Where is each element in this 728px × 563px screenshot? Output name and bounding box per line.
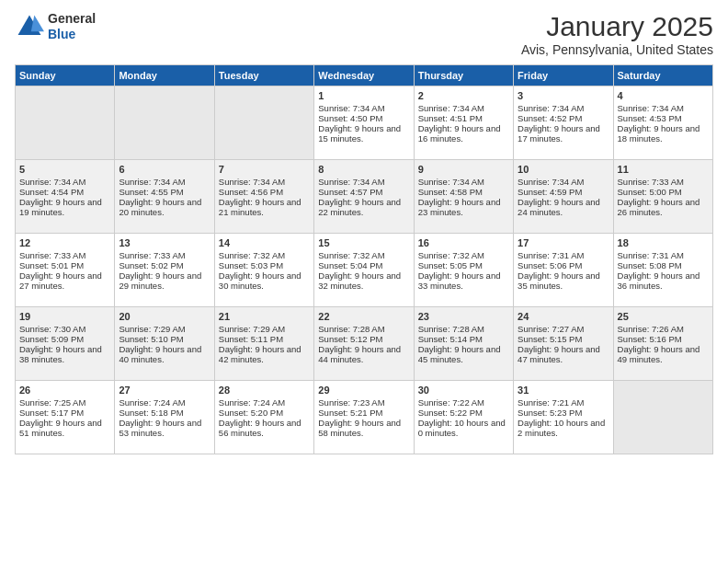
- day-cell: 18Sunrise: 7:31 AMSunset: 5:08 PMDayligh…: [613, 234, 712, 307]
- day-cell: 14Sunrise: 7:32 AMSunset: 5:03 PMDayligh…: [214, 234, 313, 307]
- day-cell: 1Sunrise: 7:34 AMSunset: 4:50 PMDaylight…: [314, 86, 414, 160]
- week-row-5: 26Sunrise: 7:25 AMSunset: 5:17 PMDayligh…: [16, 381, 713, 454]
- sunrise: Sunrise: 7:32 AM: [219, 250, 285, 260]
- day-cell: 26Sunrise: 7:25 AMSunset: 5:17 PMDayligh…: [16, 381, 115, 454]
- daylight: Daylight: 9 hours and 24 minutes.: [518, 197, 600, 217]
- day-cell: 22Sunrise: 7:28 AMSunset: 5:12 PMDayligh…: [314, 307, 414, 381]
- subtitle: Avis, Pennsylvania, United States: [521, 42, 713, 57]
- sunset: Sunset: 4:57 PM: [318, 187, 382, 197]
- day-number: 26: [19, 385, 110, 396]
- sunrise: Sunrise: 7:22 AM: [418, 397, 484, 408]
- day-number: 16: [418, 237, 509, 248]
- sunrise: Sunrise: 7:33 AM: [19, 250, 85, 260]
- logo: General Blue: [15, 11, 96, 42]
- day-cell: 15Sunrise: 7:32 AMSunset: 5:04 PMDayligh…: [314, 234, 414, 307]
- day-number: 1: [318, 90, 409, 101]
- day-cell: 27Sunrise: 7:24 AMSunset: 5:18 PMDayligh…: [115, 381, 214, 454]
- sunrise: Sunrise: 7:28 AM: [318, 324, 384, 334]
- sunset: Sunset: 5:00 PM: [618, 187, 682, 197]
- daylight: Daylight: 9 hours and 38 minutes.: [19, 344, 102, 364]
- sunset: Sunset: 4:55 PM: [119, 187, 183, 197]
- day-number: 25: [618, 311, 709, 322]
- day-cell: 9Sunrise: 7:34 AMSunset: 4:58 PMDaylight…: [414, 160, 513, 234]
- sunset: Sunset: 5:05 PM: [418, 260, 483, 270]
- day-cell: 23Sunrise: 7:28 AMSunset: 5:14 PMDayligh…: [414, 307, 513, 381]
- sunrise: Sunrise: 7:24 AM: [119, 397, 185, 408]
- col-saturday: Saturday: [613, 65, 712, 86]
- sunset: Sunset: 5:22 PM: [418, 408, 483, 418]
- col-monday: Monday: [115, 65, 214, 86]
- header: General Blue January 2025 Avis, Pennsylv…: [15, 11, 713, 57]
- sunrise: Sunrise: 7:31 AM: [618, 250, 684, 260]
- sunset: Sunset: 5:21 PM: [318, 408, 382, 418]
- logo-text: General Blue: [48, 11, 96, 42]
- day-cell: 12Sunrise: 7:33 AMSunset: 5:01 PMDayligh…: [16, 234, 115, 307]
- sunrise: Sunrise: 7:34 AM: [518, 177, 584, 187]
- week-row-1: 1Sunrise: 7:34 AMSunset: 4:50 PMDaylight…: [16, 86, 713, 160]
- sunrise: Sunrise: 7:29 AM: [219, 324, 285, 334]
- day-cell: 3Sunrise: 7:34 AMSunset: 4:52 PMDaylight…: [514, 86, 613, 160]
- day-number: 7: [219, 164, 310, 175]
- day-cell: 8Sunrise: 7:34 AMSunset: 4:57 PMDaylight…: [314, 160, 414, 234]
- day-cell: 25Sunrise: 7:26 AMSunset: 5:16 PMDayligh…: [613, 307, 712, 381]
- sunset: Sunset: 5:15 PM: [518, 334, 582, 344]
- day-cell: [16, 86, 115, 160]
- col-thursday: Thursday: [414, 65, 513, 86]
- daylight: Daylight: 9 hours and 27 minutes.: [19, 270, 102, 291]
- day-cell: 5Sunrise: 7:34 AMSunset: 4:54 PMDaylight…: [16, 160, 115, 234]
- day-cell: 4Sunrise: 7:34 AMSunset: 4:53 PMDaylight…: [613, 86, 712, 160]
- daylight: Daylight: 9 hours and 42 minutes.: [219, 344, 301, 364]
- day-cell: [613, 381, 712, 454]
- daylight: Daylight: 10 hours and 0 minutes.: [418, 418, 506, 438]
- daylight: Daylight: 9 hours and 33 minutes.: [418, 270, 501, 291]
- page: General Blue January 2025 Avis, Pennsylv…: [0, 0, 728, 563]
- daylight: Daylight: 9 hours and 22 minutes.: [318, 197, 401, 217]
- daylight: Daylight: 10 hours and 2 minutes.: [518, 418, 605, 438]
- sunrise: Sunrise: 7:34 AM: [518, 103, 584, 113]
- day-number: 28: [219, 385, 310, 396]
- sunset: Sunset: 5:16 PM: [618, 334, 682, 344]
- daylight: Daylight: 9 hours and 30 minutes.: [219, 270, 301, 291]
- sunset: Sunset: 4:52 PM: [518, 113, 582, 123]
- daylight: Daylight: 9 hours and 47 minutes.: [518, 344, 600, 364]
- day-cell: 2Sunrise: 7:34 AMSunset: 4:51 PMDaylight…: [414, 86, 513, 160]
- daylight: Daylight: 9 hours and 29 minutes.: [119, 270, 201, 291]
- day-number: 22: [318, 311, 409, 322]
- sunset: Sunset: 5:12 PM: [318, 334, 382, 344]
- daylight: Daylight: 9 hours and 15 minutes.: [318, 123, 401, 144]
- calendar-table: Sunday Monday Tuesday Wednesday Thursday…: [15, 64, 713, 454]
- main-title: January 2025: [521, 11, 713, 42]
- sunrise: Sunrise: 7:34 AM: [318, 177, 384, 187]
- day-number: 24: [518, 311, 609, 322]
- logo-icon: [15, 12, 44, 41]
- daylight: Daylight: 9 hours and 18 minutes.: [618, 123, 700, 144]
- daylight: Daylight: 9 hours and 36 minutes.: [618, 270, 700, 291]
- day-number: 6: [119, 164, 210, 175]
- sunset: Sunset: 5:06 PM: [518, 260, 582, 270]
- col-sunday: Sunday: [16, 65, 115, 86]
- sunrise: Sunrise: 7:34 AM: [418, 103, 484, 113]
- daylight: Daylight: 9 hours and 58 minutes.: [318, 418, 401, 438]
- sunrise: Sunrise: 7:33 AM: [618, 177, 684, 187]
- day-number: 31: [518, 385, 609, 396]
- day-cell: 17Sunrise: 7:31 AMSunset: 5:06 PMDayligh…: [514, 234, 613, 307]
- sunset: Sunset: 4:50 PM: [318, 113, 382, 123]
- sunrise: Sunrise: 7:25 AM: [19, 397, 85, 408]
- sunrise: Sunrise: 7:21 AM: [518, 397, 584, 408]
- day-number: 18: [618, 237, 709, 248]
- day-cell: 6Sunrise: 7:34 AMSunset: 4:55 PMDaylight…: [115, 160, 214, 234]
- sunset: Sunset: 5:11 PM: [219, 334, 283, 344]
- day-cell: 31Sunrise: 7:21 AMSunset: 5:23 PMDayligh…: [514, 381, 613, 454]
- day-number: 5: [19, 164, 110, 175]
- daylight: Daylight: 9 hours and 20 minutes.: [119, 197, 201, 217]
- sunset: Sunset: 4:54 PM: [19, 187, 84, 197]
- sunset: Sunset: 5:18 PM: [119, 408, 183, 418]
- day-cell: 28Sunrise: 7:24 AMSunset: 5:20 PMDayligh…: [214, 381, 313, 454]
- daylight: Daylight: 9 hours and 35 minutes.: [518, 270, 600, 291]
- sunset: Sunset: 4:53 PM: [618, 113, 682, 123]
- col-tuesday: Tuesday: [214, 65, 313, 86]
- daylight: Daylight: 9 hours and 21 minutes.: [219, 197, 301, 217]
- sunrise: Sunrise: 7:32 AM: [318, 250, 384, 260]
- sunrise: Sunrise: 7:23 AM: [318, 397, 384, 408]
- sunset: Sunset: 5:20 PM: [219, 408, 283, 418]
